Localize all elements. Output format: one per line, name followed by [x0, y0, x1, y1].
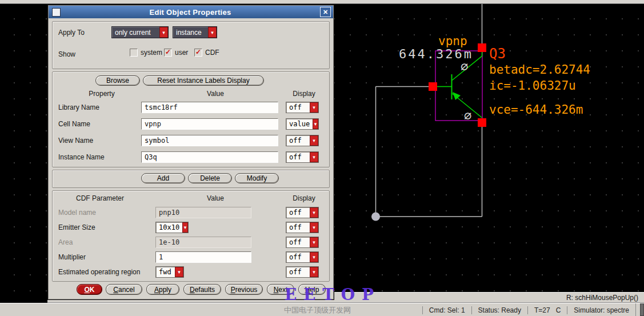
cancel-button[interactable]: Cancel: [106, 284, 142, 295]
cell-name-display-dropdown[interactable]: value ▾: [286, 118, 319, 130]
wire-junction-dot[interactable]: [371, 213, 380, 221]
defaults-button[interactable]: Defaults: [183, 284, 221, 295]
show-user-label: user: [175, 49, 188, 57]
virtuoso-screen: vpnp 644.326m Q3 betadc=2.62744 ic=-1.06…: [0, 0, 644, 316]
dialog-titlebar[interactable]: Edit Object Properties ✕: [49, 6, 333, 18]
betadc-label[interactable]: betadc=2.62744: [489, 63, 590, 77]
multiplier-display-dropdown[interactable]: off ▾: [286, 251, 319, 263]
view-name-input[interactable]: [141, 135, 278, 146]
model-name-label: Model name: [58, 209, 96, 217]
chevron-down-icon: ▾: [182, 222, 188, 233]
show-user-checkbox[interactable]: ✓ user: [164, 49, 188, 57]
show-system-label: system: [141, 49, 162, 57]
wire-net[interactable]: [376, 87, 482, 217]
library-name-label: Library Name: [58, 103, 99, 111]
operating-region-label: Estimated operating region: [58, 268, 140, 276]
cell-name-label: Cell Name: [58, 120, 90, 128]
show-cdf-label: CDF: [205, 49, 219, 57]
view-name-label: View Name: [58, 137, 93, 145]
dialog-title: Edit Object Properties: [61, 8, 320, 17]
emitter-size-label: Emitter Size: [58, 223, 95, 231]
browse-button[interactable]: Browse: [95, 75, 140, 86]
property-header: Property: [79, 90, 125, 98]
apply-to-target-dropdown[interactable]: instance ▾: [173, 26, 217, 38]
chevron-down-icon: ▾: [175, 267, 183, 277]
status-cmd: Cmd: Sel: 1: [422, 306, 471, 314]
chevron-down-icon: ▾: [310, 102, 318, 113]
chevron-down-icon: ▾: [310, 207, 318, 218]
instance-name-label: Instance Name: [58, 153, 105, 161]
emitter-size-dropdown[interactable]: 10x10 ▾: [155, 222, 189, 233]
cdf-group: CDF Parameter Value Display Model name o…: [52, 190, 330, 282]
edit-object-properties-dialog: Edit Object Properties ✕ Apply To only c…: [47, 5, 334, 300]
ic-label[interactable]: ic=-1.06327u: [489, 79, 576, 93]
instance-name-input[interactable]: [141, 151, 278, 163]
property-group: Browse Reset Instance Labels Display Pro…: [52, 71, 330, 167]
instance-cell-label[interactable]: vpnp: [438, 34, 467, 48]
display-header: Display: [281, 90, 327, 98]
actions-group: Add Delete Modify: [52, 170, 330, 188]
status-ready: Status: Ready: [471, 306, 527, 314]
modify-button[interactable]: Modify: [235, 173, 279, 183]
model-name-display-dropdown[interactable]: off ▾: [286, 207, 319, 218]
chevron-down-icon: ▾: [310, 135, 318, 146]
multiplier-label: Multiplier: [58, 253, 86, 261]
previous-button[interactable]: Previous: [225, 284, 263, 295]
operating-region-display-dropdown[interactable]: off ▾: [286, 266, 319, 278]
chevron-down-icon: ▾: [310, 252, 318, 262]
model-name-input: [155, 207, 251, 218]
pnp-transistor-symbol[interactable]: [437, 51, 482, 118]
emitter-size-display-dropdown[interactable]: off ▾: [286, 222, 319, 233]
chevron-down-icon: ▾: [310, 222, 318, 233]
window-top-border: [0, 0, 644, 4]
selection-handle-bottom[interactable]: [478, 118, 486, 127]
checkbox-checked-icon: ✓: [194, 49, 202, 57]
null-net-symbol[interactable]: ∅: [461, 59, 468, 74]
view-name-display-dropdown[interactable]: off ▾: [286, 135, 319, 146]
status-fields: Cmd: Sel: 1 Status: Ready T=27 C Simulat…: [422, 303, 636, 316]
cdf-display-header: Display: [281, 194, 327, 202]
add-button[interactable]: Add: [141, 173, 185, 183]
ok-button[interactable]: OK: [77, 284, 102, 295]
apply-to-label: Apply To: [58, 29, 85, 37]
show-label: Show: [58, 50, 75, 58]
site-watermark-text: 中国电子顶级开发网: [284, 305, 351, 315]
cell-name-input[interactable]: [141, 118, 278, 130]
apply-to-scope-dropdown[interactable]: only current ▾: [111, 26, 169, 38]
close-icon: ✕: [323, 9, 328, 16]
cdf-parameter-header: CDF Parameter: [69, 194, 131, 202]
cdf-value-header: Value: [193, 194, 238, 202]
apply-show-group: Apply To only current ▾ instance ▾ Show …: [52, 21, 330, 69]
status-bar: 中国电子顶级开发网 Cmd: Sel: 1 Status: Ready T=27…: [0, 303, 644, 316]
close-button[interactable]: ✕: [320, 7, 331, 17]
chevron-down-icon: ▾: [208, 27, 217, 38]
instance-name-display-dropdown[interactable]: off ▾: [286, 151, 319, 163]
apply-to-target-value: instance: [173, 29, 205, 37]
chevron-down-icon: ▾: [159, 27, 168, 38]
vce-label[interactable]: vce=-644.326m: [489, 103, 583, 117]
chevron-down-icon: ▾: [313, 119, 318, 129]
selection-handle-top[interactable]: [478, 43, 486, 52]
apply-button[interactable]: Apply: [146, 284, 179, 295]
operating-region-dropdown[interactable]: fwd ▾: [155, 266, 184, 278]
chevron-down-icon: ▾: [310, 152, 318, 162]
selection-handle-base[interactable]: [429, 82, 437, 91]
instance-name-label[interactable]: Q3: [489, 46, 506, 62]
eetop-watermark: E E T O P: [285, 285, 374, 304]
null-net-symbol[interactable]: ∅: [464, 109, 471, 123]
window-menu-icon[interactable]: [52, 8, 61, 17]
status-temperature: T=27 C: [527, 306, 567, 314]
multiplier-input[interactable]: [155, 251, 251, 263]
show-cdf-checkbox[interactable]: ✓ CDF: [194, 49, 219, 57]
resize-grip[interactable]: [640, 303, 644, 316]
area-label: Area: [58, 238, 73, 246]
show-system-checkbox[interactable]: system: [130, 49, 162, 57]
delete-button[interactable]: Delete: [188, 173, 232, 183]
area-display-dropdown[interactable]: off ▾: [286, 237, 319, 248]
reset-instance-labels-button[interactable]: Reset Instance Labels Display: [143, 75, 264, 86]
checkbox-unchecked-icon: [130, 49, 138, 57]
library-name-display-dropdown[interactable]: off ▾: [286, 102, 319, 113]
library-name-input[interactable]: [141, 102, 278, 113]
bindkey-message: R: schHiMousePopUp(): [566, 294, 638, 302]
chevron-down-icon: ▾: [310, 267, 318, 277]
